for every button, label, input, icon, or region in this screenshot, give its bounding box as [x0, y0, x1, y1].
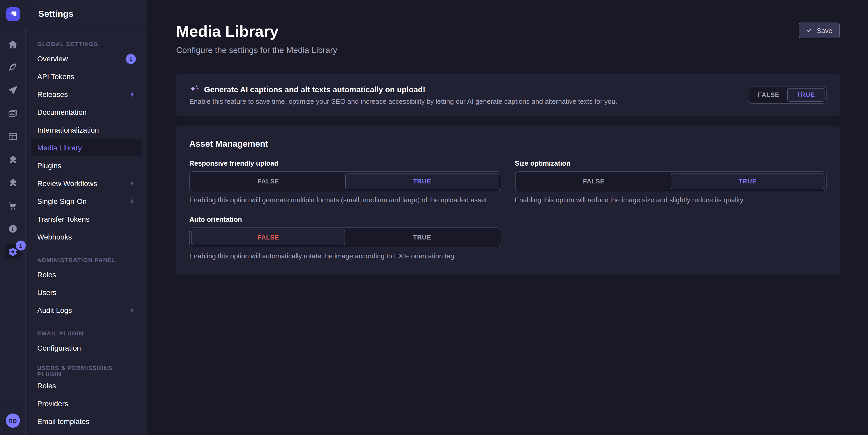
sidebar-body: 1 RD GLOBAL SETTINGSOverview1API TokensR…	[0, 28, 147, 435]
sidebar-item-label: Webhooks	[37, 233, 136, 241]
page-heading-block: Media Library Configure the settings for…	[176, 23, 337, 55]
sidebar-item-plugins[interactable]: Plugins	[31, 157, 142, 174]
sidebar-item-label: Transfer Tokens	[37, 215, 136, 223]
logo-area	[0, 0, 26, 28]
sidebar-item-label: API Tokens	[37, 72, 136, 81]
info-icon	[8, 224, 18, 233]
banner-title: Generate AI captions and alt texts autom…	[204, 85, 425, 94]
ai-banner-text: Generate AI captions and alt texts autom…	[189, 85, 732, 105]
ai-banner: Generate AI captions and alt texts autom…	[176, 74, 840, 116]
sidebar-header: Settings	[0, 0, 147, 28]
icon-rail: 1 RD	[0, 28, 26, 435]
sidebar-item-label: Configuration	[37, 344, 136, 352]
rail-bottom: RD	[0, 407, 25, 435]
toggle-option-false[interactable]: FALSE	[517, 173, 671, 189]
field-auto-orientation: Auto orientationFALSETRUEEnabling this o…	[189, 215, 501, 260]
gear-icon	[8, 246, 18, 257]
section-label-administration-panel: ADMINISTRATION PANEL	[31, 254, 142, 266]
images-icon	[8, 108, 18, 118]
asset-management-title: Asset Management	[189, 139, 827, 149]
section-label-email-plugin: EMAIL PLUGIN	[31, 327, 142, 340]
lightning-icon	[129, 307, 136, 314]
sidebar-item-audit-logs[interactable]: Audit Logs	[31, 302, 142, 319]
rail-item-puzzle[interactable]	[0, 171, 25, 194]
sidebar-item-roles[interactable]: Roles	[31, 266, 142, 283]
home-icon	[8, 39, 18, 49]
save-button[interactable]: Save	[799, 23, 840, 38]
rail-item-home[interactable]	[0, 33, 25, 56]
page-subtitle: Configure the settings for the Media Lib…	[176, 45, 337, 55]
sidebar-title: Settings	[38, 9, 73, 19]
toggle-option-true[interactable]: TRUE	[345, 230, 499, 245]
field-hint: Enabling this option will reduce the ima…	[515, 196, 827, 204]
sidebar-item-users[interactable]: Users	[31, 284, 142, 301]
sidebar-item-releases[interactable]: Releases	[31, 86, 142, 103]
notification-badge: 1	[126, 54, 136, 64]
field-label: Auto orientation	[189, 215, 501, 223]
sidebar-item-label: Providers	[37, 399, 136, 408]
toggle-option-false[interactable]: FALSE	[750, 88, 787, 102]
asset-management-card: Asset Management Responsive friendly upl…	[176, 126, 840, 275]
sidebar-item-internationalization[interactable]: Internationalization	[31, 122, 142, 138]
settings-menu-list: GLOBAL SETTINGSOverview1API TokensReleas…	[31, 38, 142, 430]
size-optimization-toggle: FALSETRUE	[515, 171, 827, 191]
layout-icon	[8, 131, 18, 141]
sidebar-item-transfer-tokens[interactable]: Transfer Tokens	[31, 211, 142, 228]
lightning-icon	[129, 91, 136, 98]
puzzle-icon	[8, 154, 18, 164]
sidebar-item-documentation[interactable]: Documentation	[31, 104, 142, 121]
rail-item-gear[interactable]: 1	[0, 240, 25, 263]
toggle-option-false[interactable]: FALSE	[191, 173, 345, 189]
sidebar-item-label: Review Workflows	[37, 179, 129, 188]
rail-item-info[interactable]	[0, 217, 25, 240]
feather-icon	[8, 62, 18, 72]
sparkles-icon	[189, 85, 199, 94]
sidebar-item-providers[interactable]: Providers	[31, 395, 142, 412]
section-label-global-settings: GLOBAL SETTINGS	[31, 38, 142, 50]
lightning-icon	[129, 198, 136, 205]
toggle-option-false[interactable]: FALSE	[191, 230, 345, 245]
banner-description: Enable this feature to save time, optimi…	[189, 98, 732, 105]
sidebar-item-single-sign-on[interactable]: Single Sign-On	[31, 193, 142, 210]
page-title: Media Library	[176, 23, 337, 40]
rail-item-layout[interactable]	[0, 125, 25, 148]
sidebar-item-label: Overview	[37, 55, 126, 63]
auto-orientation-toggle: FALSETRUE	[189, 228, 501, 247]
sidebar-item-media-library[interactable]: Media Library	[31, 139, 142, 156]
user-avatar[interactable]: RD	[5, 413, 20, 428]
sidebar: Settings 1 RD GLOBAL SETTINGSOverview1AP…	[0, 0, 147, 435]
sidebar-item-configuration[interactable]: Configuration	[31, 340, 142, 357]
strapi-logo[interactable]	[6, 7, 20, 21]
sidebar-item-label: Media Library	[37, 144, 136, 152]
rail-item-cart[interactable]	[0, 194, 25, 217]
toggle-option-true[interactable]: TRUE	[345, 173, 499, 189]
paper-plane-icon	[8, 85, 18, 95]
asset-management-fields: Responsive friendly uploadFALSETRUEEnabl…	[189, 159, 827, 260]
sidebar-item-label: Roles	[37, 270, 136, 279]
check-icon	[806, 27, 813, 34]
field-label: Responsive friendly upload	[189, 159, 501, 167]
sidebar-item-review-workflows[interactable]: Review Workflows	[31, 175, 142, 192]
sidebar-item-overview[interactable]: Overview1	[31, 50, 142, 67]
rail-icon-list: 1	[0, 33, 25, 263]
rail-item-images[interactable]	[0, 102, 25, 125]
rail-item-puzzle[interactable]	[0, 148, 25, 171]
field-responsive-friendly-upload: Responsive friendly uploadFALSETRUEEnabl…	[189, 159, 501, 204]
sidebar-item-label: Internationalization	[37, 126, 136, 134]
sidebar-item-api-tokens[interactable]: API Tokens	[31, 68, 142, 85]
cart-icon	[8, 200, 18, 210]
sidebar-item-webhooks[interactable]: Webhooks	[31, 229, 142, 245]
field-hint: Enabling this option will generate multi…	[189, 196, 501, 204]
ai-captions-toggle: FALSETRUE	[748, 86, 827, 104]
notification-badge: 1	[16, 240, 26, 250]
toggle-option-true[interactable]: TRUE	[787, 88, 825, 102]
strapi-logo-icon	[6, 7, 20, 21]
rail-item-paper-plane[interactable]	[0, 78, 25, 102]
responsive-friendly-upload-toggle: FALSETRUE	[189, 171, 501, 191]
lightning-icon	[129, 180, 136, 187]
rail-item-feather[interactable]	[0, 56, 25, 78]
toggle-option-true[interactable]: TRUE	[671, 173, 825, 189]
sidebar-item-roles[interactable]: Roles	[31, 377, 142, 394]
sidebar-item-email-templates[interactable]: Email templates	[31, 413, 142, 430]
sidebar-item-label: Users	[37, 288, 136, 297]
